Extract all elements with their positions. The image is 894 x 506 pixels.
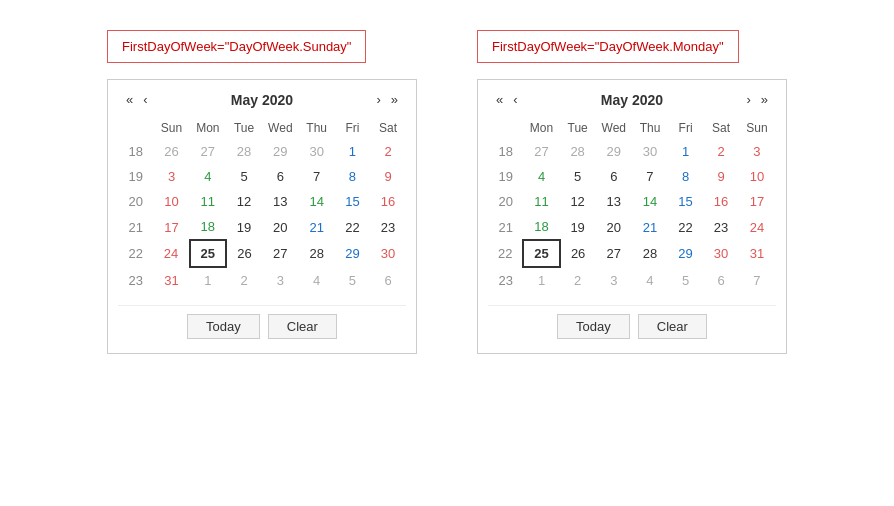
day-cell[interactable]: 8: [335, 164, 370, 189]
cal1-clear-btn[interactable]: Clear: [268, 314, 337, 339]
day-cell[interactable]: 13: [262, 189, 299, 214]
day-cell[interactable]: 20: [596, 214, 632, 240]
day-cell[interactable]: 6: [703, 267, 739, 293]
day-cell[interactable]: 23: [370, 214, 406, 240]
day-cell[interactable]: 19: [560, 214, 596, 240]
day-cell[interactable]: 6: [262, 164, 299, 189]
day-cell[interactable]: 20: [262, 214, 299, 240]
day-cell[interactable]: 23: [703, 214, 739, 240]
cal2-prev-year-btn[interactable]: «: [492, 90, 507, 109]
day-cell[interactable]: 21: [632, 214, 668, 240]
day-cell[interactable]: 17: [739, 189, 775, 214]
day-cell[interactable]: 11: [523, 189, 559, 214]
week-number: 23: [488, 267, 523, 293]
cal1-next-year-btn[interactable]: »: [387, 90, 402, 109]
cal1-prev-year-btn[interactable]: «: [122, 90, 137, 109]
day-cell[interactable]: 27: [262, 240, 299, 267]
day-cell[interactable]: 28: [632, 240, 668, 267]
day-cell[interactable]: 2: [226, 267, 262, 293]
day-cell[interactable]: 10: [739, 164, 775, 189]
day-cell[interactable]: 13: [596, 189, 632, 214]
day-cell[interactable]: 2: [370, 139, 406, 164]
day-cell[interactable]: 7: [299, 164, 335, 189]
day-cell[interactable]: 26: [560, 240, 596, 267]
cal1-header-row: Sun Mon Tue Wed Thu Fri Sat: [118, 117, 406, 139]
day-cell[interactable]: 9: [370, 164, 406, 189]
day-cell[interactable]: 15: [335, 189, 370, 214]
day-cell[interactable]: 9: [703, 164, 739, 189]
day-cell[interactable]: 18: [190, 214, 226, 240]
cal2-today-btn[interactable]: Today: [557, 314, 630, 339]
day-cell[interactable]: 5: [668, 267, 703, 293]
cal2-clear-btn[interactable]: Clear: [638, 314, 707, 339]
day-cell[interactable]: 4: [299, 267, 335, 293]
day-cell[interactable]: 7: [739, 267, 775, 293]
day-cell[interactable]: 5: [560, 164, 596, 189]
day-cell[interactable]: 25: [523, 240, 559, 267]
cal2-prev-month-btn[interactable]: ‹: [509, 90, 521, 109]
day-cell[interactable]: 1: [335, 139, 370, 164]
day-cell[interactable]: 6: [370, 267, 406, 293]
day-cell[interactable]: 29: [596, 139, 632, 164]
day-cell[interactable]: 6: [596, 164, 632, 189]
day-cell[interactable]: 1: [190, 267, 226, 293]
day-cell[interactable]: 30: [632, 139, 668, 164]
day-cell[interactable]: 30: [370, 240, 406, 267]
cal1-prev-month-btn[interactable]: ‹: [139, 90, 151, 109]
day-cell[interactable]: 10: [153, 189, 189, 214]
day-cell[interactable]: 2: [560, 267, 596, 293]
cal1-today-btn[interactable]: Today: [187, 314, 260, 339]
day-cell[interactable]: 31: [739, 240, 775, 267]
day-cell[interactable]: 27: [523, 139, 559, 164]
day-cell[interactable]: 24: [739, 214, 775, 240]
day-cell[interactable]: 22: [668, 214, 703, 240]
day-cell[interactable]: 4: [632, 267, 668, 293]
day-cell[interactable]: 3: [153, 164, 189, 189]
day-cell[interactable]: 16: [370, 189, 406, 214]
day-cell[interactable]: 14: [632, 189, 668, 214]
day-cell[interactable]: 17: [153, 214, 189, 240]
day-cell[interactable]: 28: [560, 139, 596, 164]
day-cell[interactable]: 3: [739, 139, 775, 164]
day-cell[interactable]: 19: [226, 214, 262, 240]
day-cell[interactable]: 2: [703, 139, 739, 164]
day-cell[interactable]: 14: [299, 189, 335, 214]
day-cell[interactable]: 1: [523, 267, 559, 293]
day-cell[interactable]: 4: [523, 164, 559, 189]
cal2-next-month-btn[interactable]: ›: [742, 90, 754, 109]
day-cell[interactable]: 3: [596, 267, 632, 293]
day-cell[interactable]: 15: [668, 189, 703, 214]
day-cell[interactable]: 28: [299, 240, 335, 267]
day-cell[interactable]: 26: [226, 240, 262, 267]
day-cell[interactable]: 7: [632, 164, 668, 189]
day-cell[interactable]: 11: [190, 189, 226, 214]
day-cell[interactable]: 22: [335, 214, 370, 240]
day-cell[interactable]: 31: [153, 267, 189, 293]
day-cell[interactable]: 12: [560, 189, 596, 214]
day-cell[interactable]: 28: [226, 139, 262, 164]
day-cell[interactable]: 25: [190, 240, 226, 267]
day-cell[interactable]: 3: [262, 267, 299, 293]
day-cell[interactable]: 30: [299, 139, 335, 164]
day-cell[interactable]: 29: [335, 240, 370, 267]
cal2-grid: Mon Tue Wed Thu Fri Sat Sun 182728293012…: [488, 117, 776, 293]
day-cell[interactable]: 27: [190, 139, 226, 164]
day-cell[interactable]: 5: [226, 164, 262, 189]
day-cell[interactable]: 29: [668, 240, 703, 267]
day-cell[interactable]: 12: [226, 189, 262, 214]
day-cell[interactable]: 29: [262, 139, 299, 164]
cal2-next-year-btn[interactable]: »: [757, 90, 772, 109]
day-cell[interactable]: 26: [153, 139, 189, 164]
day-cell[interactable]: 4: [190, 164, 226, 189]
day-cell[interactable]: 24: [153, 240, 189, 267]
day-cell[interactable]: 5: [335, 267, 370, 293]
day-cell[interactable]: 18: [523, 214, 559, 240]
day-cell[interactable]: 30: [703, 240, 739, 267]
day-cell[interactable]: 8: [668, 164, 703, 189]
cal1-next-month-btn[interactable]: ›: [372, 90, 384, 109]
cal2-footer: Today Clear: [488, 305, 776, 339]
day-cell[interactable]: 1: [668, 139, 703, 164]
day-cell[interactable]: 16: [703, 189, 739, 214]
day-cell[interactable]: 21: [299, 214, 335, 240]
day-cell[interactable]: 27: [596, 240, 632, 267]
